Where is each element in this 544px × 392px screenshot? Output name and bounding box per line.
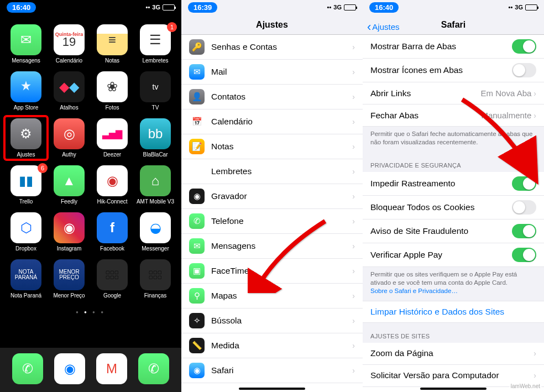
tv-icon: tv: [140, 71, 171, 102]
chevron-icon: [352, 266, 355, 275]
app-dropbox[interactable]: ⬡Dropbox: [7, 212, 45, 252]
toggle-switch[interactable]: [512, 200, 536, 215]
row-label: Fechar Abas: [370, 111, 481, 121]
settings-row-senhas-e-contas[interactable]: 🔑Senhas e Contas: [181, 35, 363, 60]
dock-whatsapp-icon[interactable]: ✆: [138, 353, 169, 384]
folder-icon: ▢▢▢▢▢▢: [140, 259, 171, 290]
row-icon: ◉: [189, 189, 205, 204]
row-icon: ✧: [189, 313, 205, 328]
row-value: Manualmente: [481, 111, 531, 120]
settings-row-mensagens[interactable]: ✉Mensagens: [181, 234, 363, 259]
status-time: 16:39: [188, 2, 217, 13]
clear-history-row[interactable]: Limpar Histórico e Dados dos Sites: [363, 301, 544, 323]
photos-icon: ❀: [97, 71, 128, 102]
toggle-switch[interactable]: [512, 39, 536, 54]
app-amtmobile[interactable]: ⌂AMT Mobile V3: [136, 165, 175, 205]
toggle-switch[interactable]: [512, 63, 536, 77]
settings-row-gravador[interactable]: ◉Gravador: [181, 184, 363, 209]
settings-row-safari[interactable]: ◉Safari: [181, 358, 363, 383]
app-blablacar[interactable]: bbBlaBlaCar: [136, 118, 175, 158]
reminders-icon: ☰: [140, 24, 171, 55]
settings-row-medida[interactable]: 📏Medida: [181, 333, 363, 358]
home-screen: 16:40 •• 3G ✉Mensagens Quinta-feira19Cal…: [0, 0, 181, 392]
setting-row[interactable]: Mostrar Ícones em Abas: [363, 59, 544, 82]
row-label: Mail: [211, 67, 352, 77]
app-facebook[interactable]: fFacebook: [93, 212, 132, 252]
home-indicator[interactable]: [420, 388, 487, 390]
app-atalhos[interactable]: ◆◆Atalhos: [50, 71, 88, 111]
back-button[interactable]: Ajustes: [367, 20, 400, 34]
chevron-icon: [352, 316, 355, 325]
app-deezer[interactable]: ▃▅▇Deezer: [93, 118, 132, 158]
toggle-switch[interactable]: [512, 224, 536, 238]
app-trello[interactable]: ▮▮6Trello: [7, 165, 45, 205]
app-ajustes-highlighted[interactable]: ⚙Ajustes: [3, 115, 49, 161]
settings-row-bússola[interactable]: ✧Bússola: [181, 309, 363, 333]
row-label: Medida: [211, 341, 352, 351]
page-indicator[interactable]: ● ● ● ●: [0, 310, 181, 315]
settings-row-calendário[interactable]: 📅Calendário: [181, 109, 363, 134]
app-appstore[interactable]: App Store: [7, 71, 45, 111]
app-notas[interactable]: ≡Notas: [93, 24, 132, 64]
app-lembretes[interactable]: ☰1Lembretes: [136, 24, 175, 64]
app-authy[interactable]: ◎Authy: [50, 118, 88, 158]
setting-row[interactable]: Impedir Rastreamento: [363, 172, 544, 196]
home-indicator[interactable]: [239, 388, 305, 390]
app-tv[interactable]: tvTV: [136, 71, 175, 111]
status-bar: 16:40 •• 3G: [0, 0, 181, 14]
settings-row-mail[interactable]: ✉Mail: [181, 60, 363, 85]
settings-row-telefone[interactable]: ✆Telefone: [181, 209, 363, 234]
app-calendario[interactable]: Quinta-feira19Calendário: [50, 24, 88, 64]
row-label: Lembretes: [211, 166, 352, 176]
dock-safari-icon[interactable]: ◉: [54, 353, 85, 384]
setting-row[interactable]: Abrir LinksEm Nova Aba: [363, 82, 544, 104]
app-notaparana[interactable]: NOTAPARANÁNota Paraná: [7, 259, 45, 299]
appstore-icon: [11, 71, 41, 102]
row-icon: 📅: [189, 114, 205, 129]
settings-row-facetime[interactable]: ▣FaceTime: [181, 259, 363, 284]
setting-row[interactable]: Mostrar Barra de Abas: [363, 35, 544, 59]
status-time: 16:40: [7, 2, 36, 13]
folder-financas[interactable]: ▢▢▢▢▢▢Finanças: [136, 259, 175, 299]
setting-row[interactable]: Bloquear Todos os Cookies: [363, 196, 544, 219]
clear-history-link[interactable]: Limpar Histórico e Dados dos Sites: [370, 307, 504, 316]
about-privacy-link[interactable]: Sobre o Safari e Privacidade…: [370, 288, 458, 294]
settings-row-notas[interactable]: 📝Notas: [181, 134, 363, 159]
messages-icon: ✉: [11, 24, 41, 55]
section-footer: Permitir que os sites verifiquem se o Ap…: [363, 267, 544, 301]
setting-row[interactable]: Aviso de Site Fraudulento: [363, 219, 544, 243]
app-feedly[interactable]: ▲Feedly: [50, 165, 88, 205]
chevron-icon: [533, 89, 536, 98]
dock-gmail-icon[interactable]: M: [96, 353, 127, 384]
dock-phone-icon[interactable]: ✆: [12, 353, 43, 384]
page-title: Safari: [441, 20, 465, 29]
row-label: Solicitar Versão para Computador: [370, 370, 533, 380]
status-time: 16:40: [369, 2, 399, 13]
settings-list[interactable]: 🔑Senhas e Contas✉Mail👤Contatos📅Calendári…: [181, 35, 363, 392]
settings-row-lembretes[interactable]: ☑Lembretes: [181, 159, 363, 184]
app-instagram[interactable]: ◉Instagram: [50, 212, 88, 252]
app-hikconnect[interactable]: ◉Hik-Connect: [93, 165, 132, 205]
setting-row[interactable]: Zoom da Página: [363, 343, 544, 365]
nav-header: Ajustes Safari: [363, 14, 544, 35]
row-icon: 🔑: [189, 39, 205, 55]
chevron-icon: [352, 92, 355, 101]
folder-icon: ▢▢▢▢▢▢: [97, 259, 128, 290]
network-label: 3G: [152, 4, 160, 11]
folder-google[interactable]: ▢▢▢▢▢▢Google: [93, 259, 132, 299]
signal-icon: ••: [509, 4, 513, 11]
toggle-switch[interactable]: [512, 176, 536, 191]
status-bar: 16:39 •• 3G: [181, 0, 363, 14]
toggle-switch[interactable]: [512, 248, 536, 262]
settings-row-mapas[interactable]: ⚲Mapas: [181, 284, 363, 309]
app-messenger[interactable]: ◒Messenger: [136, 212, 175, 252]
row-label: Verificar Apple Pay: [370, 250, 512, 260]
setting-row[interactable]: Verificar Apple Pay: [363, 243, 544, 267]
row-value: Em Nova Aba: [481, 88, 532, 98]
app-mensagens[interactable]: ✉Mensagens: [7, 24, 45, 64]
app-fotos[interactable]: ❀Fotos: [93, 71, 132, 111]
page-title: Ajustes: [256, 20, 288, 29]
setting-row[interactable]: Fechar AbasManualmente: [363, 104, 544, 127]
settings-row-contatos[interactable]: 👤Contatos: [181, 85, 363, 109]
app-menorpreco[interactable]: MENORPREÇOMenor Preço: [50, 259, 88, 299]
